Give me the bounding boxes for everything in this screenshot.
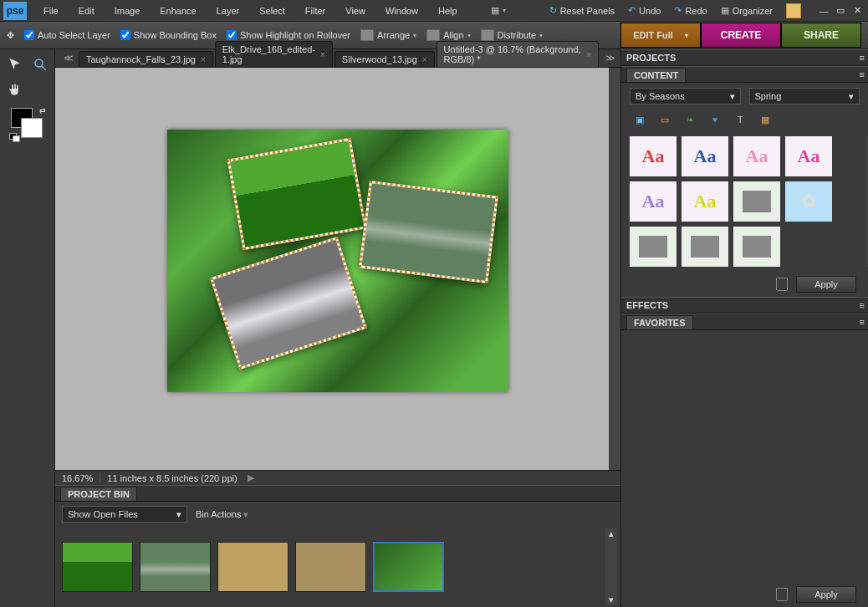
projects-panel-header[interactable]: PROJECTS≡ — [621, 49, 868, 66]
bin-thumb-4[interactable] — [373, 542, 444, 592]
content-item[interactable]: ✿ — [785, 181, 832, 222]
menu-filter[interactable]: Filter — [295, 3, 335, 19]
menu-select[interactable]: Select — [249, 3, 295, 19]
mode-create-button[interactable]: CREATE — [701, 23, 781, 48]
zoom-tool[interactable] — [29, 54, 51, 74]
content-plant-icon[interactable]: ❧ — [680, 111, 700, 128]
undo-button[interactable]: ↶Undo — [621, 3, 667, 18]
close-tab-icon[interactable]: × — [201, 55, 206, 64]
tabs-scroll-right[interactable]: ≫ — [600, 53, 620, 64]
content-panel-header[interactable]: CONTENT≡ — [621, 66, 868, 83]
content-frame-icon[interactable]: ▭ — [655, 111, 675, 128]
bin-thumb-2[interactable] — [217, 542, 288, 592]
bin-scrollbar[interactable]: ▴▾ — [605, 528, 617, 605]
close-tab-icon[interactable]: × — [586, 50, 591, 59]
default-colors-icon[interactable] — [9, 133, 19, 141]
content-filter-value[interactable]: Spring▾ — [749, 88, 860, 105]
mode-share-button[interactable]: SHARE — [781, 23, 861, 48]
project-bin-header[interactable]: PROJECT BIN — [55, 485, 620, 502]
content-text-icon[interactable]: T — [730, 111, 750, 128]
content-item[interactable] — [733, 181, 780, 222]
content-item[interactable]: Aa — [682, 181, 728, 222]
arrange-dropdown[interactable]: Arrange▾ — [360, 29, 416, 41]
favorites-apply-button[interactable]: Apply — [796, 586, 856, 603]
home-icon — [786, 3, 801, 18]
hand-tool[interactable] — [4, 79, 26, 99]
move-tool[interactable] — [4, 54, 26, 74]
zoom-level[interactable]: 16.67% — [55, 473, 100, 483]
arrange-documents-button[interactable]: ▦▾ — [484, 3, 513, 18]
menu-view[interactable]: View — [335, 3, 375, 19]
reset-panels-button[interactable]: ↻Reset Panels — [543, 3, 621, 18]
move-tool-icon: ✥ — [7, 30, 14, 41]
panel-menu-icon[interactable]: ≡ — [860, 300, 865, 310]
document-tab-1[interactable]: Elk_Drive_168_edited-1.jpg× — [215, 41, 333, 67]
menu-help[interactable]: Help — [428, 3, 467, 19]
bin-filter-select[interactable]: Show Open Files▾ — [62, 506, 187, 523]
canvas-area[interactable] — [55, 68, 620, 470]
distribute-icon — [481, 29, 494, 41]
menu-edit[interactable]: Edit — [69, 3, 105, 19]
close-tab-icon[interactable]: × — [422, 55, 427, 64]
menu-window[interactable]: Window — [375, 3, 428, 19]
bin-thumb-3[interactable] — [295, 542, 366, 592]
content-item[interactable]: Aa — [682, 136, 728, 176]
redo-label: Redo — [685, 6, 707, 16]
trash-icon[interactable] — [776, 278, 788, 291]
content-item[interactable] — [733, 227, 780, 267]
color-swatches[interactable]: ⇄ — [11, 108, 44, 140]
menu-file[interactable]: File — [33, 3, 69, 19]
canvas[interactable] — [167, 130, 508, 392]
menu-enhance[interactable]: Enhance — [150, 3, 206, 19]
menu-image[interactable]: Image — [105, 3, 151, 19]
tabs-scroll-left[interactable]: ≪ — [59, 53, 79, 64]
photo-layer-2[interactable] — [359, 181, 498, 283]
document-tab-2[interactable]: Silverwood_13.jpg× — [334, 51, 435, 67]
close-tab-icon[interactable]: × — [320, 50, 325, 59]
bin-thumb-1[interactable] — [140, 542, 211, 592]
content-filter-type[interactable]: By Seasons▾ — [630, 88, 741, 105]
organizer-button[interactable]: ▦Organizer — [714, 3, 779, 18]
restore-window-button[interactable]: ▭ — [833, 5, 848, 17]
content-item[interactable] — [682, 227, 728, 267]
bin-actions-menu[interactable]: Bin Actions ▾ — [196, 509, 248, 520]
document-tab-0[interactable]: Taughannock_Falls_23.jpg× — [79, 51, 213, 67]
favorites-panel-header[interactable]: FAVORITES≡ — [621, 314, 868, 330]
panel-menu-icon[interactable]: ≡ — [860, 53, 865, 63]
swap-colors-icon[interactable]: ⇄ — [39, 106, 46, 115]
content-item[interactable]: Aa — [630, 136, 677, 176]
content-apply-button[interactable]: Apply — [796, 276, 856, 293]
redo-button[interactable]: ↷Redo — [667, 3, 713, 18]
distribute-dropdown[interactable]: Distribute▾ — [481, 29, 543, 41]
photo-layer-1[interactable] — [227, 138, 367, 250]
trash-icon[interactable] — [776, 588, 788, 601]
mode-edit-button[interactable]: EDIT Full▾ — [620, 23, 701, 48]
effects-panel-header[interactable]: EFFECTS≡ — [621, 297, 868, 314]
auto-select-layer-checkbox[interactable]: Auto Select Layer — [24, 30, 110, 40]
content-item[interactable]: Aa — [733, 136, 780, 176]
content-item[interactable]: Aa — [785, 136, 832, 176]
menu-layer[interactable]: Layer — [207, 3, 250, 19]
show-bounding-box-checkbox[interactable]: Show Bounding Box — [120, 30, 217, 40]
bin-thumb-0[interactable] — [62, 542, 133, 592]
show-highlight-checkbox[interactable]: Show Highlight on Rollover — [227, 30, 350, 40]
close-window-button[interactable]: ✕ — [850, 5, 865, 17]
content-theme-icon[interactable]: ▦ — [755, 111, 775, 128]
status-menu-icon[interactable]: ▶ — [248, 472, 254, 483]
document-tab-3[interactable]: Untitled-3 @ 16.7% (Background, RGB/8) *… — [437, 41, 599, 67]
content-grid: Aa Aa Aa Aa Aa Aa ✿ — [630, 136, 860, 267]
content-item[interactable] — [630, 227, 677, 267]
align-dropdown[interactable]: Align▾ — [426, 29, 470, 41]
canvas-scrollbar-v[interactable] — [609, 68, 620, 470]
reset-panels-label: Reset Panels — [560, 6, 615, 16]
minimize-window-button[interactable]: — — [816, 5, 831, 17]
content-photo-icon[interactable]: ▣ — [630, 111, 650, 128]
panel-menu-icon[interactable]: ≡ — [860, 69, 865, 79]
home-button[interactable] — [779, 2, 808, 20]
menubar: pse File Edit Image Enhance Layer Select… — [0, 0, 868, 22]
content-item[interactable]: Aa — [630, 181, 677, 222]
panel-menu-icon[interactable]: ≡ — [860, 317, 865, 327]
background-color-swatch[interactable] — [21, 118, 43, 138]
photo-layer-3[interactable] — [210, 237, 367, 370]
content-heart-icon[interactable]: ♥ — [705, 111, 725, 128]
